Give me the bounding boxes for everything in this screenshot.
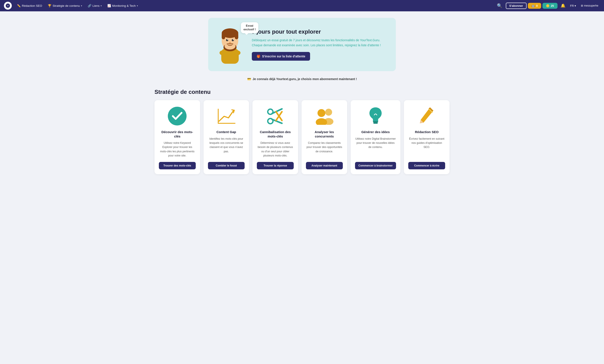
card-icon-concurrents xyxy=(315,106,334,126)
language-selector[interactable]: FR ▾ xyxy=(568,3,578,9)
card-icon-cannibalisation xyxy=(265,106,285,126)
mascot-illustration xyxy=(217,25,243,64)
strategy-icon: 🏆 xyxy=(48,4,51,7)
gold-credits-button[interactable]: 🤖 0 xyxy=(528,3,541,9)
card-btn-redaction[interactable]: Commencer à écrire xyxy=(408,162,445,169)
svg-point-14 xyxy=(233,39,234,40)
nav-monitoring[interactable]: 📈 Monitoring & Tech ▾ xyxy=(105,3,140,9)
card-cannibalisation: Cannibalisation des mots-clés Déterminez… xyxy=(252,100,298,174)
card-desc-idees: Utilisez notre Digital Brainstormer pour… xyxy=(355,137,396,158)
card-desc-cannibalisation: Déterminez si vous avez besoin de plusie… xyxy=(257,141,294,158)
card-desc-concurrents: Comparez les classements pour trouver de… xyxy=(306,141,343,158)
teal-credits-button[interactable]: 🪙 25 xyxy=(542,3,557,9)
chevron-down-icon: ▾ xyxy=(575,4,576,7)
card-btn-idees[interactable]: Commencer à brainstormer xyxy=(355,162,396,169)
promo-description: Débloquez un essai gratuit de 7 jours et… xyxy=(252,38,387,48)
pencil-icon: ✏️ xyxy=(17,4,21,7)
robot-icon: 🤖 xyxy=(531,4,535,7)
svg-point-3 xyxy=(220,50,227,55)
section-title: Stratégie de contenu xyxy=(154,88,450,95)
card-icon-keywords xyxy=(167,106,187,126)
svg-point-27 xyxy=(317,109,325,117)
user-menu[interactable]: ⊞ messuperhe xyxy=(579,3,600,9)
coins-icon: 🪙 xyxy=(546,4,549,7)
card-title-idees: Générer des idées xyxy=(361,130,390,134)
speech-bubble: Essai exclusif ! xyxy=(241,22,258,33)
logo[interactable]: Y xyxy=(4,2,12,10)
card-title-redaction: Rédaction SEO xyxy=(415,130,438,134)
card-keywords: Découvrir des mots-clés Utilisez notre K… xyxy=(154,100,200,174)
card-desc-keywords: Utilisez notre Keyword Explorer pour tro… xyxy=(159,141,196,158)
mascot-container: Essai exclusif ! xyxy=(217,25,245,65)
subscribe-button[interactable]: S'abonner xyxy=(506,3,527,9)
card-icon-idees xyxy=(366,106,385,126)
svg-rect-7 xyxy=(222,33,225,39)
svg-text:Y: Y xyxy=(7,4,9,7)
cards-grid: Découvrir des mots-clés Utilisez notre K… xyxy=(154,100,450,174)
svg-point-13 xyxy=(227,39,228,40)
card-redaction: Rédaction SEO Écrivez facilement en suiv… xyxy=(404,100,450,174)
gift-icon: 🎁 xyxy=(257,55,260,58)
chevron-down-icon: ▾ xyxy=(81,5,82,7)
monitoring-icon: 📈 xyxy=(107,4,111,7)
promo-title: 7 jours pour tout explorer xyxy=(252,28,387,35)
card-title-cannibalisation: Cannibalisation des mots-clés xyxy=(257,130,294,138)
card-title-concurrents: Analyser les concurrents xyxy=(306,130,343,138)
svg-rect-8 xyxy=(235,33,238,39)
search-icon[interactable]: 🔍 xyxy=(495,2,504,10)
card-icon: 💳 xyxy=(247,77,251,81)
signup-waitlist-button[interactable]: 🎁 S'inscrire sur la liste d'attente xyxy=(252,52,310,61)
svg-point-12 xyxy=(232,39,234,41)
nav-redaction-seo[interactable]: ✏️ Rédaction SEO xyxy=(15,3,44,9)
card-btn-keywords[interactable]: Trouver des mots-clés xyxy=(159,162,196,169)
card-btn-concurrents[interactable]: Analyser maintenant xyxy=(306,162,343,169)
subscription-link[interactable]: 💳 Je connais déjà Yourtext.guru, je choi… xyxy=(154,77,450,81)
promo-content: 7 jours pour tout explorer Débloquez un … xyxy=(252,28,387,61)
card-btn-cannibalisation[interactable]: Trouver la réponse xyxy=(257,162,294,169)
card-desc-content-gap: Identifiez les mots-clés pour lesquels v… xyxy=(208,137,245,158)
svg-point-4 xyxy=(233,50,240,55)
svg-point-11 xyxy=(226,39,228,41)
promo-card: Essai exclusif ! 7 jours pour tout explo… xyxy=(208,18,396,71)
main-nav: Y ✏️ Rédaction SEO 🏆 Stratégie de conten… xyxy=(0,0,604,11)
card-idees: Générer des idées Utilisez notre Digital… xyxy=(351,100,401,174)
svg-point-15 xyxy=(229,42,231,44)
chevron-down-icon: ▾ xyxy=(137,5,138,7)
link-icon: 🔗 xyxy=(88,4,91,7)
card-icon-content-gap xyxy=(216,106,236,126)
chevron-down-icon: ▾ xyxy=(101,5,102,7)
svg-rect-29 xyxy=(373,121,378,122)
nav-strategie[interactable]: 🏆 Stratégie de contenu ▾ xyxy=(46,3,84,9)
main-content: Essai exclusif ! 7 jours pour tout explo… xyxy=(149,11,455,181)
card-concurrents: Analyser les concurrents Comparez les cl… xyxy=(302,100,347,174)
svg-rect-30 xyxy=(373,122,378,124)
bell-icon[interactable]: 🔔 xyxy=(559,2,567,9)
grid-icon: ⊞ xyxy=(581,4,583,7)
card-content-gap: Content Gap Identifiez les mots-clés pou… xyxy=(204,100,249,174)
card-btn-content-gap[interactable]: Combler le fossé xyxy=(208,162,245,169)
card-desc-redaction: Écrivez facilement en suivant nos guides… xyxy=(408,137,445,158)
card-icon-redaction xyxy=(417,106,437,126)
card-title-keywords: Découvrir des mots-clés xyxy=(159,130,196,138)
nav-liens[interactable]: 🔗 Liens ▾ xyxy=(86,3,104,9)
svg-point-25 xyxy=(325,109,332,116)
card-title-content-gap: Content Gap xyxy=(216,130,236,134)
